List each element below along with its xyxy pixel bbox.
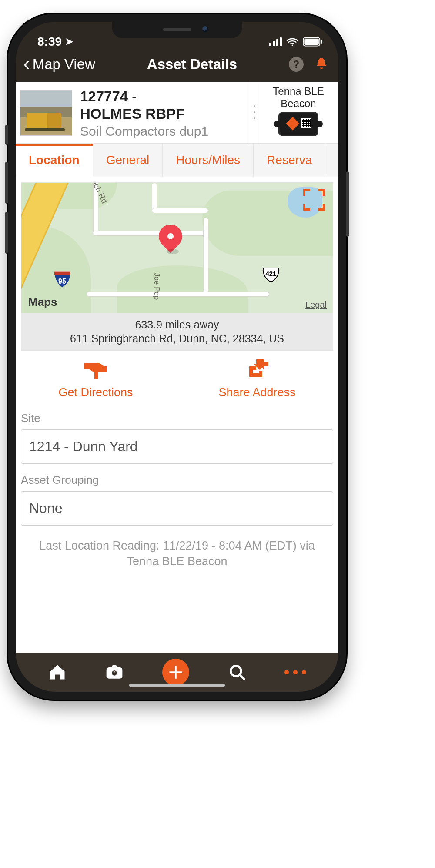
phone-frame: 8:39 ➤ — [8, 14, 346, 700]
road-label: Joe Pop — [152, 272, 161, 299]
home-indicator[interactable] — [129, 684, 225, 687]
us-route-shield-icon: 421 — [261, 265, 281, 284]
svg-rect-2 — [321, 40, 322, 44]
search-icon — [228, 663, 247, 682]
asset-header: 127774 - HOLMES RBPF Soil Compactors dup… — [16, 82, 338, 144]
svg-point-0 — [292, 44, 293, 46]
notch — [112, 22, 242, 38]
map-card: nch Rd Joe Pop 95 421 — [21, 182, 333, 351]
plus-icon — [166, 663, 185, 682]
tracker-cell[interactable]: Tenna BLEBeacon — [258, 82, 338, 143]
volume-down — [5, 212, 8, 254]
tab-location[interactable]: Location — [16, 144, 93, 177]
status-time: 8:39 — [37, 35, 62, 49]
address-text: 611 Springbranch Rd, Dunn, NC, 28334, US — [25, 332, 329, 346]
location-services-icon: ➤ — [65, 36, 73, 47]
address-bar: 633.9 miles away 611 Springbranch Rd, Du… — [21, 313, 333, 350]
map[interactable]: nch Rd Joe Pop 95 421 — [21, 183, 333, 313]
drag-handle-icon[interactable] — [249, 82, 258, 143]
asset-thumbnail[interactable] — [20, 90, 72, 136]
content: 127774 - HOLMES RBPF Soil Compactors dup… — [16, 82, 338, 653]
site-field-block: Site 1214 - Dunn Yard — [16, 412, 338, 470]
screen: 8:39 ➤ — [16, 22, 338, 692]
map-actions: Get Directions Share Address — [16, 351, 338, 408]
notifications-icon[interactable] — [315, 57, 328, 72]
power-button — [346, 171, 349, 237]
help-icon[interactable]: ? — [289, 57, 304, 72]
last-reading: Last Location Reading: 11/22/19 - 8:04 A… — [16, 532, 338, 570]
back-label: Map View — [33, 56, 95, 73]
tab-scan[interactable] — [105, 663, 124, 682]
tracker-label: Tenna BLEBeacon — [273, 85, 324, 109]
share-address-label: Share Address — [218, 386, 295, 399]
grouping-field-block: Asset Grouping None — [16, 473, 338, 532]
distance-text: 633.9 miles away — [25, 318, 329, 332]
tab-reservations[interactable]: Reserva — [254, 144, 325, 177]
svg-rect-3 — [304, 39, 319, 45]
map-pin-icon — [159, 225, 182, 248]
page-title: Asset Details — [147, 56, 237, 73]
map-provider-label: Maps — [27, 295, 57, 309]
interstate-shield-icon: 95 — [53, 269, 72, 288]
nav-header: ‹ Map View Asset Details ? — [16, 50, 338, 82]
tab-search[interactable] — [228, 663, 247, 682]
tab-more[interactable] — [284, 670, 306, 674]
asset-category: Soil Compactors dup1 — [80, 124, 208, 139]
more-icon — [284, 670, 306, 674]
home-icon — [48, 663, 67, 682]
cellular-icon — [269, 37, 282, 46]
directions-icon — [84, 359, 108, 383]
battery-icon — [303, 37, 323, 47]
asset-title: 127774 - HOLMES RBPF — [80, 88, 208, 123]
volume-up — [5, 162, 8, 204]
mute-switch — [5, 125, 8, 145]
share-address-button[interactable]: Share Address — [218, 359, 295, 399]
get-directions-button[interactable]: Get Directions — [58, 359, 133, 399]
svg-point-7 — [231, 666, 241, 676]
get-directions-label: Get Directions — [58, 386, 133, 399]
grouping-label: Asset Grouping — [21, 473, 333, 487]
share-icon — [245, 359, 269, 383]
site-field[interactable]: 1214 - Dunn Yard — [21, 429, 333, 464]
map-legal-link[interactable]: Legal — [305, 300, 327, 310]
beacon-icon — [278, 112, 318, 136]
tabs: Location General Hours/Miles Reserva — [16, 144, 338, 177]
tab-add[interactable] — [162, 659, 189, 686]
grouping-field[interactable]: None — [21, 491, 333, 526]
back-button[interactable]: ‹ Map View — [23, 55, 95, 74]
fullscreen-icon[interactable] — [303, 189, 325, 211]
tab-home[interactable] — [48, 663, 67, 682]
tab-hours-miles[interactable]: Hours/Miles — [163, 144, 254, 177]
chevron-left-icon: ‹ — [23, 54, 30, 73]
camera-icon — [105, 663, 124, 682]
tab-general[interactable]: General — [93, 144, 163, 177]
site-label: Site — [21, 412, 333, 425]
wifi-icon — [286, 37, 298, 47]
